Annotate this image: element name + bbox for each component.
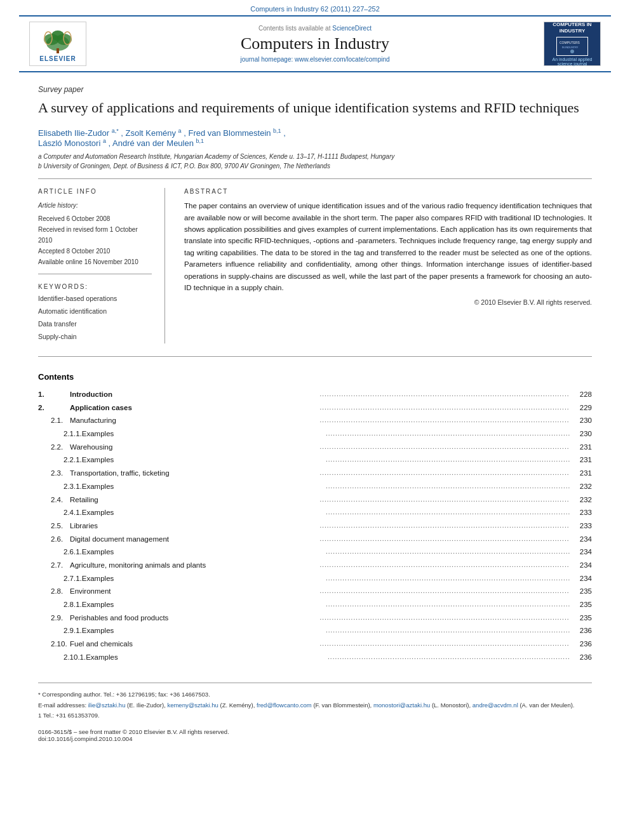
abstract-text: The paper contains an overview of unique…: [184, 200, 592, 293]
keyword-4: Supply-chain: [38, 331, 152, 343]
toc-number: 2.3.1.: [38, 480, 82, 493]
toc-number: 2.1.1.: [38, 427, 82, 441]
svg-point-3: [51, 30, 64, 41]
footnote-1: 1 Tel.: +31 651353709.: [38, 710, 592, 721]
two-column-section: Article Info Article history: Received 6…: [38, 188, 592, 343]
toc-page: 236: [570, 651, 592, 664]
toc-dots: ........................................…: [318, 520, 570, 531]
toc-dots: ........................................…: [324, 625, 570, 636]
toc-dots: ........................................…: [318, 389, 570, 400]
affiliation-b: b University of Groningen, Dept. of Busi…: [38, 163, 592, 170]
toc-entry: 2.10.Fuel and chemicals.................…: [38, 637, 592, 651]
toc-dots: ........................................…: [318, 415, 570, 426]
toc-entry: 2.2.1.Examples..........................…: [38, 453, 592, 467]
toc-entry: 2.9.1.Examples..........................…: [38, 624, 592, 637]
toc-page: 236: [570, 637, 592, 651]
toc-page: 233: [570, 506, 592, 519]
toc-title: Examples: [82, 506, 324, 519]
toc-number: 2.: [38, 401, 70, 415]
toc-entry: 2.2.Warehousing.........................…: [38, 441, 592, 454]
toc-title: Examples: [82, 427, 324, 441]
journal-homepage: journal homepage: www.elsevier.com/locat…: [99, 56, 531, 63]
abstract-header: Abstract: [184, 188, 592, 195]
toc-entry: 2.7.1.Examples..........................…: [38, 572, 592, 585]
article-info-header: Article Info: [38, 188, 152, 195]
toc-title: Examples: [82, 545, 324, 559]
toc-number: 2.8.: [38, 585, 70, 598]
toc-page: 236: [570, 624, 592, 637]
toc-dots: ........................................…: [318, 559, 570, 571]
elsevier-name: ELSEVIER: [39, 55, 76, 62]
toc-page: 235: [570, 598, 592, 611]
toc-page: 231: [570, 467, 592, 480]
toc-entry: 2.3.Transportation, traffic, ticketing..…: [38, 467, 592, 480]
footer-section: * Corresponding author. Tel.: +36 127961…: [38, 683, 592, 742]
toc-page: 232: [570, 493, 592, 507]
toc-number: 2.1.: [38, 414, 70, 427]
toc-number: 2.7.1.: [38, 572, 82, 585]
toc-page: 228: [570, 388, 592, 401]
toc-entry: 2.3.1.Examples..........................…: [38, 480, 592, 493]
toc-dots: ........................................…: [324, 599, 570, 610]
toc-number: 2.7.: [38, 559, 70, 572]
toc-title: Perishables and food products: [70, 611, 318, 625]
toc-number: 2.3.: [38, 467, 70, 480]
toc-number: 2.9.: [38, 611, 70, 625]
toc-dots: ........................................…: [324, 546, 570, 557]
svg-rect-4: [57, 48, 59, 53]
contents-available-text: Contents lists available at ScienceDirec…: [99, 25, 531, 32]
journal-logo-text: COMPUTERS ININDUSTRY: [552, 22, 592, 35]
toc-dots: ........................................…: [318, 533, 570, 545]
keywords-section: Keywords: Identifier-based operations Au…: [38, 283, 152, 343]
toc-title: Fuel and chemicals: [70, 637, 318, 651]
toc-page: 234: [570, 559, 592, 572]
contents-title: Contents: [38, 372, 592, 382]
toc-entry: 2.8.1.Examples..........................…: [38, 598, 592, 611]
keywords-separator: [38, 274, 152, 274]
main-content: Survey paper A survey of applications an…: [0, 72, 630, 755]
toc-title: Environment: [70, 585, 318, 598]
toc-title: Warehousing: [70, 441, 318, 454]
toc-page: 229: [570, 401, 592, 415]
toc-title: Examples: [82, 598, 324, 611]
svg-point-10: [570, 50, 574, 53]
toc-page: 234: [570, 533, 592, 546]
received-date: Received 6 October 2008: [38, 215, 110, 222]
toc-title: Agriculture, monitoring animals and plan…: [70, 559, 318, 572]
science-direct-link[interactable]: ScienceDirect: [332, 25, 372, 32]
article-info-column: Article Info Article history: Received 6…: [38, 188, 165, 343]
toc-page: 233: [570, 519, 592, 533]
toc-dots: ........................................…: [318, 467, 570, 479]
journal-title: Computers in Industry: [99, 34, 531, 53]
toc-number: 2.4.: [38, 493, 70, 507]
toc-title: Transportation, traffic, ticketing: [70, 467, 318, 480]
separator: [38, 178, 592, 179]
toc-page: 234: [570, 545, 592, 559]
toc-number: 2.10.1.: [38, 651, 86, 664]
toc-title: Libraries: [70, 519, 318, 533]
toc-dots: ........................................…: [324, 507, 570, 518]
toc-page: 232: [570, 480, 592, 493]
toc-page: 230: [570, 414, 592, 427]
toc-number: 2.2.1.: [38, 453, 82, 467]
toc-page: 234: [570, 572, 592, 585]
toc-dots: ........................................…: [324, 454, 570, 465]
toc-number: 2.10.: [38, 637, 70, 651]
toc-title: Application cases: [70, 401, 318, 415]
toc-entry: 2.6.1.Examples..........................…: [38, 545, 592, 559]
toc-entry: 2.1.Manufacturing.......................…: [38, 414, 592, 427]
citation-text: Computers in Industry 62 (2011) 227–252: [250, 5, 380, 13]
page: Computers in Industry 62 (2011) 227–252 …: [0, 0, 630, 840]
toc-dots: ........................................…: [324, 428, 570, 439]
toc-number: 2.6.1.: [38, 545, 82, 559]
toc-number: 2.9.1.: [38, 624, 82, 637]
accepted-date: Accepted 8 October 2010: [38, 248, 110, 255]
toc-title: Examples: [82, 480, 324, 493]
toc-dots: ........................................…: [326, 651, 570, 663]
toc-title: Manufacturing: [70, 414, 318, 427]
toc-title: Examples: [82, 572, 324, 585]
svg-text:IN INDUSTRY: IN INDUSTRY: [562, 46, 579, 49]
affiliation-a: a Computer and Automation Research Insti…: [38, 153, 592, 160]
authors: Elisabeth Ilie-Zudor a,* , Zsolt Kemény …: [38, 128, 592, 149]
toc-page: 230: [570, 427, 592, 441]
